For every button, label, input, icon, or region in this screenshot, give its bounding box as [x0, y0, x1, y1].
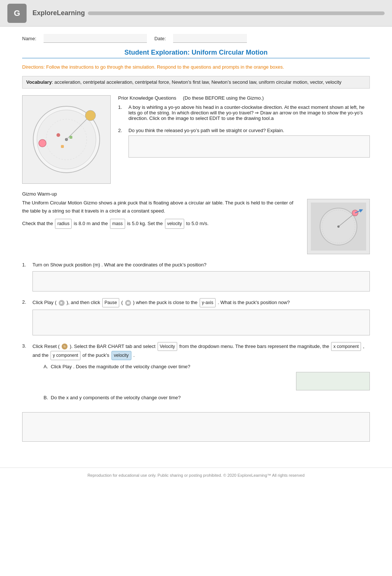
gizmo-sim-svg [311, 203, 366, 251]
numbered-questions: 1. Turn on Show puck position (m) . What… [22, 261, 370, 406]
radius-term: radius [55, 219, 72, 229]
sub-q-a-text: Click Play . Does the magnitude of the v… [51, 364, 190, 369]
logo-letter: G [14, 8, 20, 18]
nq3-text-suffix: . [133, 352, 135, 358]
gizmo-warmup-section: Gizmo Warm-up The Uniform Circular Motio… [22, 191, 370, 254]
gizmo-body-wrap: The Uniform Circular Motion Gizmo shows … [22, 199, 370, 254]
page-title: Student Exploration: Uniform Circular Mo… [22, 49, 370, 58]
final-answer-area[interactable] [22, 412, 370, 442]
svg-point-9 [56, 133, 60, 137]
footer-text: Reproduction for educational use only. P… [87, 473, 305, 477]
prior-q2-num: 2. [118, 128, 126, 133]
nq1: 1. Turn on Show puck position (m) . What… [22, 261, 370, 292]
progress-bar [88, 11, 385, 15]
check-mid1: is 8.0 m and the [74, 221, 108, 226]
footer: Reproduction for educational use only. P… [0, 468, 392, 483]
pause-icon: ▮▮ [125, 300, 131, 306]
nq2-body: Click Play ( ▶ ), and then click Pause (… [32, 298, 370, 335]
sub-q-b-letter: B. [44, 395, 48, 400]
check-row: Check that the radius is 8.0 m and the m… [22, 219, 301, 229]
prior-q1-num: 1. [118, 104, 126, 110]
prior-q1-text: A boy is whirling a yo-yo above his head… [128, 104, 365, 121]
nq2-answer[interactable] [32, 310, 370, 335]
gizmo-simulation-image [307, 199, 370, 254]
app-name: ExploreLearning [32, 9, 85, 17]
nq1-answer[interactable] [32, 271, 370, 292]
reset-icon: ↻ [62, 344, 68, 349]
sub-q-a: A. Click Play . Does the magnitude of th… [44, 363, 370, 391]
prior-q1-body: A boy is whirling a yo-yo above his head… [128, 104, 370, 121]
prior-q2-answer[interactable] [128, 135, 370, 158]
prior-knowledge-section: Prior Knowledge Questions (Do these BEFO… [22, 95, 370, 184]
gizmo-text-area: The Uniform Circular Motion Gizmo shows … [22, 199, 301, 254]
sub-q-a-letter: A. [44, 364, 48, 369]
yoyo-image[interactable] [22, 95, 111, 184]
header-bar: G ExploreLearning [0, 0, 392, 27]
date-input[interactable] [173, 34, 247, 43]
sub-q-b: B. Do the x and y components of the velo… [44, 394, 370, 402]
nq3-text-mid1: ). Select the BAR CHART tab and select [70, 344, 155, 349]
nq2: 2. Click Play ( ▶ ), and then click Paus… [22, 298, 370, 335]
prior-header-text: Prior Knowledge Questions [118, 95, 176, 101]
nq1-text: Turn on Show puck position (m) . What ar… [32, 262, 206, 268]
x-component-label: x component [331, 342, 361, 351]
nq3: 3. Click Reset ( ↻ ). Select the BAR CHA… [22, 342, 370, 406]
nq1-body: Turn on Show puck position (m) . What ar… [32, 261, 370, 292]
prior-questions-header: Prior Knowledge Questions (Do these BEFO… [118, 95, 370, 101]
prior-q1: 1. A boy is whirling a yo-yo above his h… [118, 104, 370, 121]
nq1-num: 1. [22, 261, 30, 269]
sub-questions: A. Click Play . Does the magnitude of th… [44, 363, 370, 402]
nq2-text-prefix: Click Play ( [32, 300, 56, 305]
vocabulary-box: Vocabulary: acceleration, centripetal ac… [22, 76, 370, 89]
velocity-badge: velocity [111, 351, 131, 360]
gizmo-warmup-header: Gizmo Warm-up [22, 191, 370, 197]
nq3-body: Click Reset ( ↻ ). Select the BAR CHART … [32, 342, 370, 406]
name-label: Name: [22, 36, 36, 41]
prior-q2-body: Do you think the released yo-yo’s path w… [128, 128, 370, 158]
mass-term: mass [110, 219, 125, 229]
nq3-num: 3. [22, 342, 30, 350]
velocity-term: velocity [165, 219, 184, 229]
prior-q2-text: Do you think the released yo-yo’s path w… [128, 128, 284, 133]
prior-q2: 2. Do you think the released yo-yo’s pat… [118, 128, 370, 158]
svg-point-5 [39, 139, 46, 147]
vocab-terms: : acceleration, centripetal acceleration… [52, 79, 341, 85]
svg-point-4 [85, 110, 96, 121]
main-content: Name: Date: Student Exploration: Uniform… [0, 27, 392, 456]
vocab-label: Vocabulary [26, 79, 52, 85]
svg-rect-8 [69, 136, 72, 139]
app-logo: G [7, 4, 27, 23]
header-nav: ExploreLearning [32, 9, 385, 17]
svg-rect-7 [61, 145, 64, 148]
nq2-text-mid2: ) when the puck is close to the [133, 300, 197, 305]
y-axis-label: y-axis [200, 298, 216, 307]
check-mid2: is 5.0 kg. Set the [127, 221, 163, 226]
date-label: Date: [154, 36, 166, 41]
nq3-text-mid2: from the dropdown menu. The three bars r… [179, 344, 329, 349]
y-component-label: y component [51, 351, 80, 360]
yoyo-svg [30, 103, 103, 176]
name-date-row: Name: Date: [22, 34, 370, 43]
nq2-text-mid1: ), and then click [66, 300, 100, 305]
nq3-text-prefix: Click Reset ( [32, 344, 60, 349]
nq2-pause-icon: ( [121, 300, 123, 305]
name-input[interactable] [44, 34, 147, 43]
nq2-num: 2. [22, 298, 30, 306]
check-prefix: Check that the [22, 221, 53, 226]
nq3-text-mid4: of the puck's [82, 352, 109, 358]
directions-box: Directions: Follow the instructions to g… [22, 63, 370, 71]
check-suffix: to 5.0 m/s. [186, 221, 209, 226]
velocity-dropdown-label: Velocity [158, 342, 177, 351]
sub-q-a-answer-box[interactable] [296, 372, 370, 390]
gizmo-description: The Uniform Circular Motion Gizmo shows … [22, 199, 301, 215]
pause-label: Pause [102, 298, 119, 307]
prior-subheader-text: (Do these BEFORE using the Gizmo.) [183, 95, 264, 101]
play-icon: ▶ [59, 300, 65, 306]
nq2-text-suffix: . What is the puck's position now? [218, 300, 290, 305]
sub-q-b-text: Do the x and y components of the velocit… [51, 395, 181, 400]
prior-questions-area: Prior Knowledge Questions (Do these BEFO… [118, 95, 370, 184]
